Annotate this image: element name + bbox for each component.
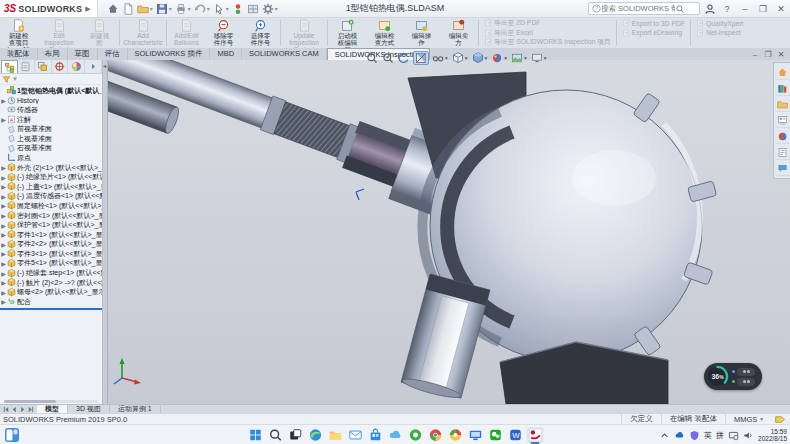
featuremanager-tree-tab[interactable] bbox=[1, 60, 18, 73]
expand-arrow-icon[interactable]: ▶ bbox=[0, 193, 7, 200]
tree-item[interactable]: ▶(-) 触片 (2)<2> ->? (默认<<默认> bbox=[0, 278, 102, 288]
search-input[interactable] bbox=[601, 4, 675, 13]
tree-item[interactable]: ▶外壳 (2)<1> (默认<<默认>_显示状 bbox=[0, 163, 102, 173]
view-settings[interactable]: ▾ bbox=[530, 51, 548, 65]
ribbon-button-编辑检[interactable]: 编辑检 查方式 bbox=[366, 18, 403, 48]
tab-prev-icon[interactable] bbox=[11, 406, 18, 413]
tree-item[interactable]: ▶零件1<1> (默认<<默认>_显示状态 bbox=[0, 230, 102, 240]
dropdown-caret-icon[interactable]: ▾ bbox=[188, 5, 191, 12]
tab-next-icon[interactable] bbox=[19, 406, 26, 413]
display-style[interactable]: ▾ bbox=[471, 51, 489, 65]
screen-recorder-widget[interactable]: 36% bbox=[704, 363, 762, 390]
tree-item[interactable]: ▶固定螺栓<1> (默认<<默认>_显示状 bbox=[0, 201, 102, 211]
undo-button[interactable]: ▾ bbox=[193, 2, 211, 16]
appearances-scenes[interactable] bbox=[775, 129, 790, 144]
expand-arrow-icon[interactable]: ▶ bbox=[0, 279, 7, 286]
displaymanager-tab[interactable] bbox=[68, 60, 85, 73]
dropdown-caret-icon[interactable]: ▾ bbox=[150, 5, 153, 12]
dropdown-caret-icon[interactable]: ▾ bbox=[544, 55, 547, 61]
expand-arrow-icon[interactable]: ▶ bbox=[0, 231, 7, 238]
volume-icon[interactable] bbox=[743, 430, 754, 441]
taskbar-app-w[interactable]: W bbox=[507, 427, 524, 443]
tree-item[interactable]: 右视基准面 bbox=[0, 144, 102, 154]
section-view[interactable] bbox=[413, 51, 429, 65]
model-3d-view[interactable] bbox=[108, 60, 790, 404]
close-button[interactable]: ✕ bbox=[774, 4, 788, 14]
tree-item[interactable]: ▶零件5<1> (默认<<默认>_显示状态 bbox=[0, 259, 102, 269]
edit-appearance[interactable]: ▾ bbox=[490, 51, 508, 65]
ribbon-button-移除零[interactable]: 移除零 件序号 bbox=[205, 18, 242, 48]
previous-view[interactable] bbox=[397, 51, 411, 65]
taskbar-browser-1[interactable] bbox=[427, 427, 444, 443]
rollback-bar[interactable] bbox=[0, 308, 102, 310]
taskbar-browser-2[interactable] bbox=[447, 427, 464, 443]
user-account-icon[interactable] bbox=[704, 3, 716, 15]
tree-item[interactable]: ▶密封圈<1> (默认<<默认>_显示状 bbox=[0, 211, 102, 221]
tree-item[interactable]: ▶(-) 绝缘套.step<1> (默认<<默认> bbox=[0, 268, 102, 278]
taskbar-store[interactable] bbox=[367, 427, 384, 443]
tab-草图[interactable]: 草图 bbox=[68, 48, 98, 60]
help-button[interactable]: ? bbox=[720, 4, 734, 14]
logo-flyout-arrow-icon[interactable]: ▶ bbox=[85, 5, 90, 13]
graphics-viewport[interactable]: 36% bbox=[108, 60, 790, 404]
dropdown-caret-icon[interactable]: ▾ bbox=[504, 55, 507, 61]
save-button[interactable]: ▾ bbox=[155, 2, 173, 16]
tree-item[interactable]: ▶A注解 bbox=[0, 115, 102, 125]
configurationmanager-tab[interactable] bbox=[35, 60, 52, 73]
taskbar-windows-start[interactable] bbox=[247, 427, 264, 443]
security-shield-icon[interactable] bbox=[689, 430, 700, 441]
cast-screen-icon[interactable] bbox=[728, 430, 739, 441]
taskbar-solidworks[interactable] bbox=[527, 427, 544, 443]
recorder-button-2[interactable] bbox=[737, 378, 755, 386]
dropdown-caret-icon[interactable]: ▾ bbox=[226, 5, 229, 12]
dropdown-caret-icon[interactable]: ▾ bbox=[169, 5, 172, 12]
tree-item[interactable]: ▶配合 bbox=[0, 297, 102, 307]
options-button[interactable]: ▾ bbox=[261, 2, 279, 16]
taskbar-task-view[interactable] bbox=[287, 427, 304, 443]
tree-item[interactable]: 上视基准面 bbox=[0, 134, 102, 144]
taskbar-edge[interactable] bbox=[307, 427, 324, 443]
dropdown-caret-icon[interactable]: ▾ bbox=[275, 5, 278, 12]
solidworks-forum[interactable] bbox=[775, 161, 790, 176]
tag-icon[interactable] bbox=[775, 415, 786, 424]
dropdown-caret-icon[interactable]: ▾ bbox=[524, 55, 527, 61]
doc-restore[interactable]: ❐ bbox=[763, 50, 773, 59]
tab-评估[interactable]: 评估 bbox=[98, 48, 128, 60]
view-orientation[interactable]: ▾ bbox=[451, 51, 469, 65]
file-properties-button[interactable] bbox=[246, 2, 260, 16]
file-explorer[interactable] bbox=[775, 97, 790, 112]
restore-button[interactable]: ❐ bbox=[756, 4, 770, 14]
doc-tab-模型[interactable]: 模型 bbox=[37, 405, 68, 413]
minimize-button[interactable]: – bbox=[738, 4, 752, 14]
tree-item[interactable]: 原点 bbox=[0, 153, 102, 163]
tree-root-item[interactable]: 1型铠铂热电偶 (默认<默认_显示状态-1> bbox=[0, 86, 102, 96]
tab-SOLIDWORKS CAM[interactable]: SOLIDWORKS CAM bbox=[242, 48, 327, 60]
expand-arrow-icon[interactable]: ▶ bbox=[0, 222, 7, 229]
ribbon-button-启动模[interactable]: 启动模 板编辑 器 bbox=[329, 18, 366, 48]
collapse-panel-icon[interactable]: ◂ bbox=[103, 62, 106, 69]
ribbon-button-新建检[interactable]: 新建检 查项目 (amp;N) bbox=[0, 18, 37, 48]
taskbar-file-explorer[interactable] bbox=[327, 427, 344, 443]
expand-arrow-icon[interactable]: ▶ bbox=[0, 289, 7, 296]
solidworks-logo[interactable]: 3S SOLIDWORKS ▶ bbox=[0, 0, 98, 17]
filter-caret-icon[interactable]: ▼ bbox=[12, 76, 18, 82]
recorder-button-1[interactable] bbox=[737, 368, 755, 376]
dropdown-caret-icon[interactable]: ▾ bbox=[465, 55, 468, 61]
taskbar-app-cloud[interactable] bbox=[387, 427, 404, 443]
taskbar-search[interactable] bbox=[267, 427, 284, 443]
ime-mode-indicator[interactable]: 拼 bbox=[716, 430, 724, 441]
tab-MBD[interactable]: MBD bbox=[210, 48, 242, 60]
tab-first-icon[interactable] bbox=[3, 406, 10, 413]
zoom-to-fit[interactable] bbox=[365, 51, 379, 65]
tree-item[interactable]: ▶零件2<2> (默认<<默认>_显示状态 bbox=[0, 240, 102, 250]
taskbar-mail[interactable] bbox=[347, 427, 364, 443]
help-search-box[interactable]: ? bbox=[588, 2, 700, 15]
tab-scroll-arrows[interactable] bbox=[0, 405, 37, 413]
tab-SOLIDWORKS 插件[interactable]: SOLIDWORKS 插件 bbox=[128, 48, 211, 60]
tab-last-icon[interactable] bbox=[27, 406, 34, 413]
tree-filter-bar[interactable]: ▼ bbox=[0, 74, 102, 85]
ribbon-button-选择零[interactable]: 选择零 件序号 bbox=[242, 18, 279, 48]
tab-装配体[interactable]: 装配体 bbox=[0, 48, 38, 60]
doc-tab-运动算例 1[interactable]: 运动算例 1 bbox=[110, 405, 161, 413]
taskbar-widgets[interactable] bbox=[4, 427, 20, 443]
